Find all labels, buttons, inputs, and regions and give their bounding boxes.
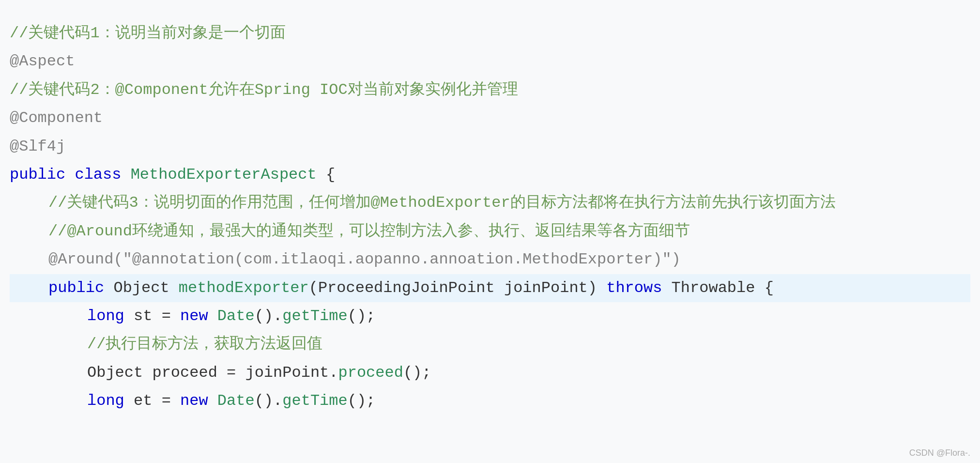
code-line: @Aspect — [10, 47, 970, 76]
code-container: //关键代码1：说明当前对象是一个切面@Aspect//关键代码2：@Compo… — [0, 0, 980, 463]
code-block: //关键代码1：说明当前对象是一个切面@Aspect//关键代码2：@Compo… — [10, 19, 970, 415]
code-line: @Slf4j — [10, 133, 970, 161]
watermark: CSDN @Flora-. — [909, 448, 970, 458]
code-line: long st = new Date().getTime(); — [10, 302, 970, 330]
code-line: public Object methodExporter(ProceedingJ… — [10, 274, 970, 302]
code-line: //关键代码1：说明当前对象是一个切面 — [10, 19, 970, 47]
code-line: //@Around环绕通知，最强大的通知类型，可以控制方法入参、执行、返回结果等… — [10, 217, 970, 246]
code-line: //关键代码2：@Component允许在Spring IOC对当前对象实例化并… — [10, 76, 970, 104]
code-line: //执行目标方法，获取方法返回值 — [10, 330, 970, 358]
code-line: @Around("@annotation(com.itlaoqi.aopanno… — [10, 246, 970, 274]
code-line: @Component — [10, 104, 970, 132]
code-line: long et = new Date().getTime(); — [10, 387, 970, 415]
code-line: //关键代码3：说明切面的作用范围，任何增加@MethodExporter的目标… — [10, 189, 970, 217]
code-line: public class MethodExporterAspect { — [10, 161, 970, 189]
code-line: Object proceed = joinPoint.proceed(); — [10, 359, 970, 387]
